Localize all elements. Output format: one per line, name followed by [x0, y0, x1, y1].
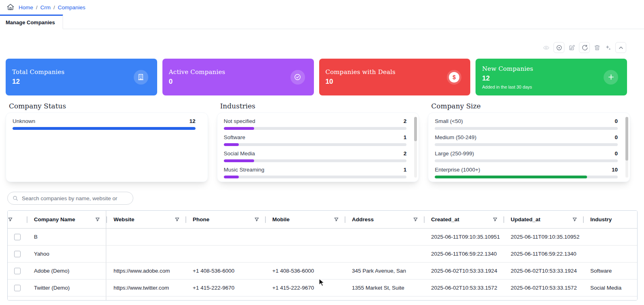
cell-created-at: 2025-06-02T10:53:33.1924 — [424, 263, 503, 279]
progress-fill — [224, 143, 239, 146]
header-industry[interactable]: Industry — [583, 211, 637, 228]
filter-icon[interactable] — [492, 217, 498, 222]
row-checkbox[interactable] — [14, 285, 21, 291]
cell-industry: Social Media — [583, 280, 637, 296]
companies-table: Company Name Website Phone Mobile Addres… — [7, 210, 638, 301]
panel-title: Company Size — [428, 102, 630, 112]
search-input[interactable] — [22, 195, 128, 201]
table-row[interactable]: Adobe (Demo) https://www.adobe.com +1 40… — [8, 263, 637, 280]
trash-icon[interactable] — [593, 44, 601, 51]
header-company-name[interactable]: Company Name — [27, 211, 106, 228]
header-phone[interactable]: Phone — [185, 211, 265, 228]
list-item: Large (250-999) 0 — [435, 150, 623, 162]
cell-industry — [583, 246, 637, 262]
cell-industry: Software — [583, 263, 637, 279]
progress-track — [435, 176, 618, 178]
sparkles-icon[interactable] — [604, 44, 612, 51]
row-checkbox[interactable] — [14, 251, 21, 257]
cell-created-at: 2025-06-11T06:59:22.1340 — [424, 246, 503, 262]
list-item: Music Streaming 1 — [224, 167, 412, 178]
record-circle-icon[interactable] — [554, 42, 564, 53]
stat-card-active-companies[interactable]: Active Companies 0 — [162, 59, 314, 95]
progress-track — [435, 127, 618, 130]
dist-label: Small (<50) — [435, 118, 463, 124]
panel-scrollbar[interactable] — [414, 117, 417, 178]
stat-cards: Total Companies 12 Active Companies 0 Co… — [6, 59, 627, 95]
panel-industries-card: Not specified 2 Software 1 Social Media — [217, 112, 419, 182]
cell-company-name: Adobe (Demo) — [27, 263, 106, 279]
plus-icon — [604, 70, 618, 85]
progress-track — [224, 176, 407, 178]
eye-icon[interactable] — [543, 44, 550, 51]
table-row[interactable]: Twitter (Demo) https://www.twitter.com +… — [8, 280, 637, 297]
filter-icon[interactable] — [254, 217, 259, 222]
cell-website — [106, 229, 185, 245]
progress-fill — [224, 176, 239, 178]
cell-address: 1355 Market St, Suite — [345, 280, 424, 296]
dist-value: 2 — [404, 118, 407, 124]
cell-address — [345, 229, 424, 245]
search-area — [7, 192, 644, 205]
stat-card-companies-with-deals[interactable]: Companies with Deals 10 $ — [319, 59, 471, 95]
header-updated-at[interactable]: Updated_at — [503, 211, 583, 228]
panel-scrollbar[interactable] — [625, 117, 628, 178]
collapse-chevron-up-icon[interactable] — [615, 42, 626, 53]
stat-card-value: 12 — [482, 74, 621, 83]
tab-manage-companies[interactable]: Manage Companies — [0, 15, 63, 29]
row-checkbox[interactable] — [14, 268, 21, 274]
cell-industry — [583, 229, 637, 245]
header-address[interactable]: Address — [345, 211, 424, 228]
table-row[interactable]: Yahoo 2025-06-11T06:59:22.1340 2025-06-1… — [8, 246, 637, 263]
filter-icon[interactable] — [8, 217, 13, 222]
dist-label: Enterprise (1000+) — [435, 167, 480, 173]
dist-value: 0 — [615, 118, 618, 124]
header-website[interactable]: Website — [106, 211, 185, 228]
breadcrumb-crm[interactable]: Crm — [40, 4, 51, 11]
table-header-row: Company Name Website Phone Mobile Addres… — [8, 211, 637, 229]
breadcrumb-home[interactable]: Home — [19, 4, 33, 11]
edit-icon[interactable] — [568, 44, 575, 51]
cell-website: https://www.twitter.com — [106, 280, 185, 296]
list-item: Software 1 — [224, 134, 412, 146]
dist-label: Not specified — [224, 118, 255, 124]
cell-phone: +1 408-536-6000 — [185, 263, 265, 279]
cell-phone: +1 415-222-9670 — [185, 280, 265, 296]
home-icon[interactable] — [6, 3, 15, 11]
stat-card-value: 0 — [169, 78, 307, 86]
list-item: Social Media 2 — [224, 150, 412, 162]
header-created-at[interactable]: Created_at — [424, 211, 503, 228]
breadcrumb: Home / Crm / Companies — [0, 0, 644, 13]
breadcrumb-companies[interactable]: Companies — [58, 4, 85, 11]
filter-icon[interactable] — [95, 217, 100, 222]
refresh-icon[interactable] — [579, 42, 590, 53]
filter-icon[interactable] — [572, 217, 577, 222]
cell-mobile: +1 415-222-9670 — [265, 280, 345, 296]
stat-card-new-companies[interactable]: New Companies 12 Added in the last 30 da… — [476, 59, 627, 95]
panel-company-size: Company Size Small (<50) 0 Medium (50-24… — [428, 102, 630, 182]
dist-label: Music Streaming — [224, 167, 265, 173]
panel-title: Industries — [217, 102, 419, 112]
dist-label: Medium (50-249) — [435, 134, 476, 140]
filter-icon[interactable] — [175, 217, 180, 222]
search-box — [7, 192, 133, 205]
row-checkbox[interactable] — [14, 234, 21, 240]
cell-phone — [185, 229, 265, 245]
progress-track — [435, 143, 618, 146]
header-mobile[interactable]: Mobile — [265, 211, 345, 228]
stat-card-value: 12 — [12, 78, 151, 86]
list-item: Unknown 12 — [13, 118, 201, 130]
check-circle-icon — [290, 70, 305, 85]
dist-value: 10 — [612, 167, 618, 173]
stat-card-total-companies[interactable]: Total Companies 12 — [6, 59, 157, 95]
progress-fill — [435, 176, 587, 178]
panel-title: Company Status — [6, 102, 208, 112]
cell-company-name: B — [27, 229, 106, 245]
filter-icon[interactable] — [334, 217, 339, 222]
distribution-panels: Company Status Unknown 12 Industries Not… — [6, 102, 630, 182]
cell-company-name: Twitter (Demo) — [27, 280, 106, 296]
building-icon — [134, 70, 148, 85]
filter-icon[interactable] — [413, 217, 418, 222]
table-row[interactable]: B 2025-06-11T09:10:35.10951 2025-06-11T0… — [8, 229, 637, 246]
cell-address: 345 Park Avenue, San — [345, 263, 424, 279]
header-select-column — [8, 211, 27, 228]
